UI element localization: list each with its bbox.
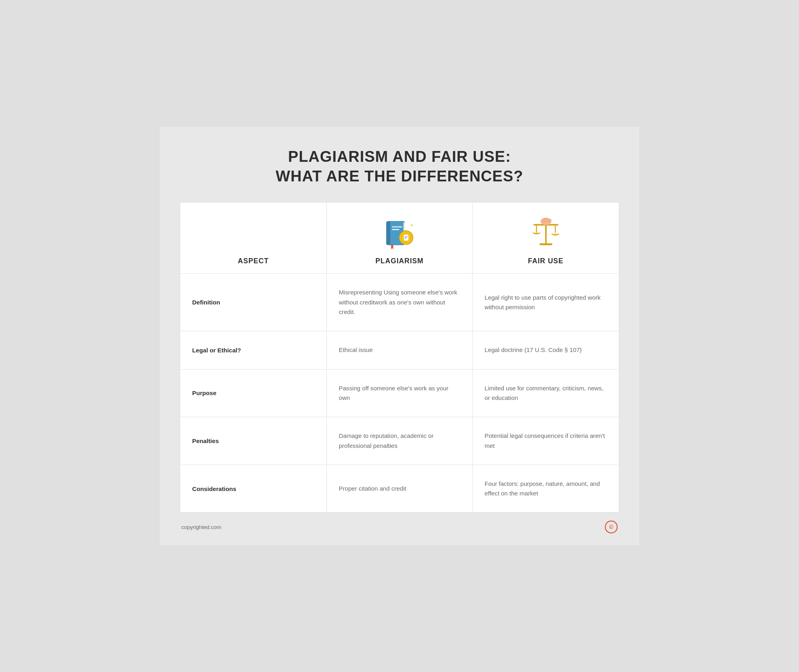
aspect-cell: Definition: [180, 274, 326, 331]
svg-rect-20: [544, 218, 546, 222]
svg-rect-1: [386, 221, 390, 245]
svg-rect-11: [404, 239, 406, 239]
svg-rect-9: [404, 236, 407, 237]
svg-rect-21: [547, 218, 549, 222]
page-container: PLAGIARISM AND FAIR USE: WHAT ARE THE DI…: [160, 127, 639, 546]
footer-domain: copyrighted.com: [181, 524, 221, 530]
copyrighted-logo: ©: [605, 521, 618, 533]
col1-header-label: ASPECT: [238, 257, 268, 265]
svg-rect-3: [392, 226, 402, 227]
plagiarism-cell: Damage to reputation, academic or profes…: [326, 417, 473, 465]
plagiarism-cell: Ethical issue: [326, 331, 473, 369]
header-fairuse: FAIR USE: [473, 203, 619, 273]
col2-header-label: PLAGIARISM: [376, 257, 423, 265]
header-plagiarism: ✦ PLAGIARISM: [326, 203, 473, 273]
comparison-table: ASPECT: [180, 202, 619, 513]
svg-rect-10: [404, 237, 407, 238]
fairuse-cell: Legal right to use parts of copyrighted …: [473, 274, 619, 331]
page-footer: copyrighted.com ©: [180, 521, 619, 533]
aspect-cell: Purpose: [180, 370, 326, 417]
svg-rect-19: [542, 219, 544, 222]
aspect-icon-placeholder: [235, 215, 271, 251]
fairuse-cell: Four factors: purpose, nature, amount, a…: [473, 465, 619, 513]
svg-rect-13: [545, 223, 547, 244]
plagiarism-cell: Misrepresenting Using someone else's wor…: [326, 274, 473, 331]
table-row: Definition Misrepresenting Using someone…: [180, 274, 619, 331]
svg-rect-4: [392, 229, 399, 230]
aspect-cell: Legal or Ethical?: [180, 331, 326, 369]
svg-rect-14: [539, 243, 552, 245]
header-aspect: ASPECT: [180, 203, 326, 273]
plagiarism-cell: Passing off someone else's work as your …: [326, 370, 473, 417]
table-row: Purpose Passing off someone else's work …: [180, 370, 619, 418]
svg-marker-5: [391, 245, 393, 250]
svg-text:©: ©: [609, 524, 614, 530]
fairuse-cell: Limited use for commentary, criticism, n…: [473, 370, 619, 417]
plagiarism-cell: Proper citation and credit: [326, 465, 473, 513]
page-title: PLAGIARISM AND FAIR USE: WHAT ARE THE DI…: [180, 147, 619, 187]
table-row: Penalties Damage to reputation, academic…: [180, 417, 619, 465]
fairuse-icon: [528, 215, 564, 251]
aspect-cell: Considerations: [180, 465, 326, 513]
plagiarism-icon: ✦: [382, 215, 417, 251]
svg-rect-22: [549, 219, 551, 222]
col3-header-label: FAIR USE: [528, 257, 563, 265]
table-row: Considerations Proper citation and credi…: [180, 465, 619, 513]
svg-text:✦: ✦: [410, 223, 413, 228]
fairuse-cell: Legal doctrine (17 U.S. Code § 107): [473, 331, 619, 369]
table-header: ASPECT: [180, 203, 619, 274]
table-row: Legal or Ethical? Ethical issue Legal do…: [180, 331, 619, 369]
fairuse-cell: Potential legal consequences if criteria…: [473, 417, 619, 465]
aspect-cell: Penalties: [180, 417, 326, 465]
